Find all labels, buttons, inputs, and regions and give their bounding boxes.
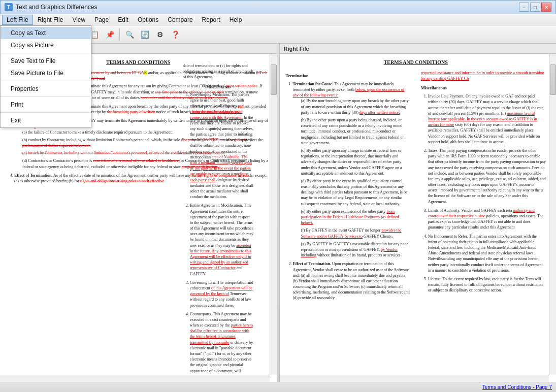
app-icon: T: [5, 3, 13, 11]
menu-left-file[interactable]: Left File: [2, 15, 33, 25]
left-scrollbar-thumb[interactable]: [271, 64, 277, 95]
right-item-2: Effect of Termination. Upon expiration o…: [293, 261, 411, 301]
left-scrollbar-h[interactable]: [0, 375, 270, 382]
separator-4: [1, 112, 91, 113]
right-termination-heading: Termination: [286, 73, 411, 79]
menu-compare[interactable]: Compare: [163, 15, 197, 25]
toolbar-btn-zoom-in[interactable]: 🔍: [122, 27, 137, 42]
right-misc-2: Taxes. The party paying compensation her…: [428, 148, 546, 205]
menu-copy-as-text[interactable]: Copy as Text: [1, 27, 91, 39]
right-right-col: requested assistance and information in …: [421, 70, 546, 304]
left-middle-section: date of termination; or (c) for rights a…: [102, 63, 254, 377]
right-left-col: Termination Termination for Cause. This …: [286, 70, 411, 304]
title-bar: T Text and Graphics Differences – □ ✕: [0, 0, 556, 14]
status-bar: Terms and Conditions - Page 7: [0, 382, 556, 392]
menu-copy-as-picture[interactable]: Copy as Picture: [1, 39, 91, 51]
toolbar-btn-settings[interactable]: ⚙: [153, 27, 167, 42]
right-item-1: Termination for Cause. This Agreement ma…: [293, 81, 411, 258]
menu-options[interactable]: Options: [133, 15, 163, 25]
window-controls: – □ ✕: [519, 3, 551, 12]
left-scrollbar-v[interactable]: [270, 54, 277, 375]
right-pane-header: Right File: [280, 44, 557, 54]
right-pane-title: Right File: [284, 46, 309, 52]
right-scrollbar-thumb[interactable]: [550, 64, 556, 95]
window-title: Text and Graphics Differences: [16, 4, 516, 11]
menu-bar: Left File Right File View Page Edit Opti…: [0, 14, 556, 25]
right-misc-5: License. To the extent required by law, …: [428, 276, 546, 293]
right-misc-4: No Inducement to Refer. The parties ente…: [428, 234, 546, 273]
menu-print[interactable]: Print: [1, 99, 91, 111]
toolbar-btn-refresh[interactable]: 🔄: [138, 27, 152, 42]
toolbar-btn-help[interactable]: ❓: [168, 27, 182, 42]
right-pane-content: TERMS AND CONDITIONS Termination Termina…: [280, 54, 557, 382]
right-content-columns: Termination Termination for Cause. This …: [286, 70, 546, 304]
menu-page[interactable]: Page: [90, 15, 113, 25]
separator-1: [1, 53, 91, 53]
separator-3: [1, 96, 91, 97]
toolbar-sep-3: [119, 28, 120, 41]
menu-right-file[interactable]: Right File: [33, 15, 68, 25]
maximize-button[interactable]: □: [530, 3, 540, 12]
menu-save-text[interactable]: Save Text to File: [1, 55, 91, 67]
menu-view[interactable]: View: [68, 15, 90, 25]
menu-edit[interactable]: Edit: [113, 15, 133, 25]
menu-report[interactable]: Report: [198, 15, 225, 25]
menu-properties[interactable]: Properties: [1, 83, 91, 95]
menu-help[interactable]: Help: [225, 15, 247, 25]
menu-exit[interactable]: Exit: [1, 114, 91, 126]
right-scrollbar-h[interactable]: [280, 375, 549, 382]
right-doc-title: TERMS AND CONDITIONS: [286, 59, 546, 66]
right-misc-heading: Miscellaneous: [421, 85, 546, 91]
minimize-button[interactable]: –: [519, 3, 529, 12]
right-misc-1: Invoice Late Payment. On any invoice owe…: [428, 93, 546, 145]
right-scrollbar-v[interactable]: [549, 54, 556, 375]
menu-save-picture[interactable]: Save Picture to File: [1, 67, 91, 79]
toolbar-btn-paste[interactable]: 📌: [103, 27, 117, 42]
close-button[interactable]: ✕: [541, 3, 551, 12]
status-right-link[interactable]: Terms and Conditions - Page 7: [482, 384, 552, 390]
left-file-dropdown: Copy as Text Copy as Picture Save Text t…: [0, 25, 91, 128]
right-misc-3: Limits of Authority. Vendor and GAFFEY e…: [428, 208, 546, 231]
right-pane: Right File TERMS AND CONDITIONS Terminat…: [280, 44, 557, 382]
separator-2: [1, 81, 91, 81]
